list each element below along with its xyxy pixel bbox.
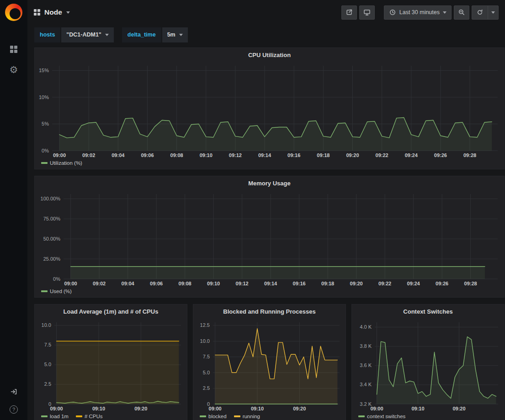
dashboard-title-button[interactable]: Node [34,8,70,16]
sign-in-button[interactable] [10,388,17,395]
series-area [70,267,484,279]
legend-swatch [41,415,48,417]
help-button[interactable]: ? [10,405,18,414]
y-tick-label: 75.00% [43,216,60,221]
x-tick-label: 09:14 [264,281,277,286]
x-tick-label: 09:22 [378,281,391,286]
y-tick-label: 10.0 [200,338,209,344]
variable-value: "DC1-ADM1" [66,31,101,38]
variables-submenu: hosts "DC1-ADM1" delta_time 5m [27,25,505,45]
chart-legend: Utilization (%) [35,159,504,169]
legend-item[interactable]: # CPUs [76,414,103,419]
context-switches-chart[interactable]: 3.2 K3.4 K3.6 K3.8 K4.0 K09:0009:1009:20 [355,319,502,412]
variable-delta-time[interactable]: delta_time 5m [122,27,188,42]
panel-title[interactable]: Load Average (1m) and # of CPUs [35,304,187,319]
y-tick-label: 7.5 [44,342,51,347]
navbar-actions: Last 30 minutes [341,5,499,20]
y-tick-label: 10.0 [41,322,51,328]
chart-legend: load 1m# CPUs [35,412,187,420]
x-tick-label: 09:10 [199,152,212,158]
series-area [215,329,337,404]
x-tick-label: 09:04 [112,152,125,158]
y-tick-label: 50.00% [43,236,60,242]
x-tick-label: 09:14 [258,152,271,158]
variable-hosts[interactable]: hosts "DC1-ADM1" [34,27,114,42]
refresh-button[interactable] [472,6,488,19]
help-glyph: ? [12,407,15,412]
main-area: Node [27,0,505,420]
chevron-down-icon [443,11,447,14]
legend-item[interactable]: Used (%) [41,289,72,294]
y-tick-label: 7.5 [202,354,209,359]
legend-swatch [41,162,48,164]
x-tick-label: 09:20 [452,406,465,411]
x-tick-label: 09:00 [208,406,221,411]
panel-title[interactable]: Context Switches [352,304,504,319]
x-tick-label: 09:20 [346,152,359,158]
x-tick-label: 09:28 [463,152,476,158]
variable-value-dropdown[interactable]: "DC1-ADM1" [61,27,113,42]
time-range-picker[interactable]: Last 30 minutes [384,5,452,20]
legend-label: Utilization (%) [50,160,82,166]
page-title: Node [44,8,62,16]
sidebar-item-dashboards[interactable] [10,46,17,53]
cpu-utilization-chart[interactable]: 0%5%10%15%09:0009:0209:0409:0609:0809:10… [38,62,501,159]
grafana-logo[interactable] [5,4,22,21]
legend-item[interactable]: load 1m [41,414,69,419]
legend-label: Used (%) [50,289,72,294]
x-tick-label: 09:24 [404,152,418,158]
chart-legend: blockedrunning [193,412,346,420]
legend-item[interactable]: context switches [358,414,405,419]
y-tick-label: 15% [38,68,48,73]
variable-value-dropdown[interactable]: 5m [162,27,188,42]
chevron-down-icon [66,11,70,14]
processes-chart[interactable]: 02.55.07.510.012.509:0009:1009:20 [196,319,343,412]
share-button[interactable] [341,5,357,20]
panel-title[interactable]: Memory Usage [35,176,504,190]
legend-item[interactable]: blocked [200,414,227,419]
x-tick-label: 09:10 [92,406,105,411]
x-tick-label: 09:06 [150,281,163,286]
x-tick-label: 09:10 [207,281,220,286]
panel-title[interactable]: Blocked and Running Processes [193,304,346,319]
y-tick-label: 100.00% [40,196,60,201]
load-average-chart[interactable]: 02.55.07.510.009:0009:1009:20 [37,319,185,412]
x-tick-label: 09:10 [411,406,424,411]
dashboard-grid: CPU Utilization 0%5%10%15%09:0009:0209:0… [27,45,505,420]
x-tick-label: 09:10 [250,406,263,411]
memory-usage-chart[interactable]: 0%25.00%50.00%75.00%100.00%09:0009:0209:… [38,190,501,287]
legend-item[interactable]: Utilization (%) [41,160,82,166]
zoom-out-icon [458,9,465,16]
x-tick-label: 09:28 [464,281,477,286]
x-tick-label: 09:16 [287,152,300,158]
gear-icon: ⚙ [10,65,18,74]
panel-title[interactable]: CPU Utilization [35,48,504,62]
sidebar-bottom: ? [10,388,18,414]
sidebar-item-configuration[interactable]: ⚙ [10,65,18,74]
legend-item[interactable]: running [234,414,260,419]
chart-legend: Used (%) [35,287,504,297]
y-tick-label: 0% [42,148,49,153]
y-tick-label: 0% [53,276,60,282]
clock-icon [389,9,396,16]
x-tick-label: 09:00 [64,281,77,286]
y-tick-label: 4.0 K [360,324,372,330]
chevron-down-icon [179,34,183,36]
variable-label: delta_time [122,27,161,42]
share-icon [346,9,353,16]
x-tick-label: 09:18 [317,152,330,158]
y-tick-label: 5.0 [44,362,51,367]
zoom-out-button[interactable] [454,5,469,20]
refresh-control [472,5,499,20]
grafana-app: ⚙ ? No [0,0,505,420]
x-tick-label: 09:00 [53,152,65,158]
panel-load-average: Load Average (1m) and # of CPUs 02.55.07… [34,304,187,420]
x-tick-label: 09:00 [50,406,63,411]
x-tick-label: 09:22 [375,152,388,158]
tv-mode-button[interactable] [359,5,375,20]
bottom-panel-row: Load Average (1m) and # of CPUs 02.55.07… [34,304,505,420]
y-tick-label: 25.00% [43,256,60,262]
legend-swatch [358,415,365,417]
refresh-interval-dropdown[interactable] [488,6,498,19]
help-icon: ? [10,405,18,414]
